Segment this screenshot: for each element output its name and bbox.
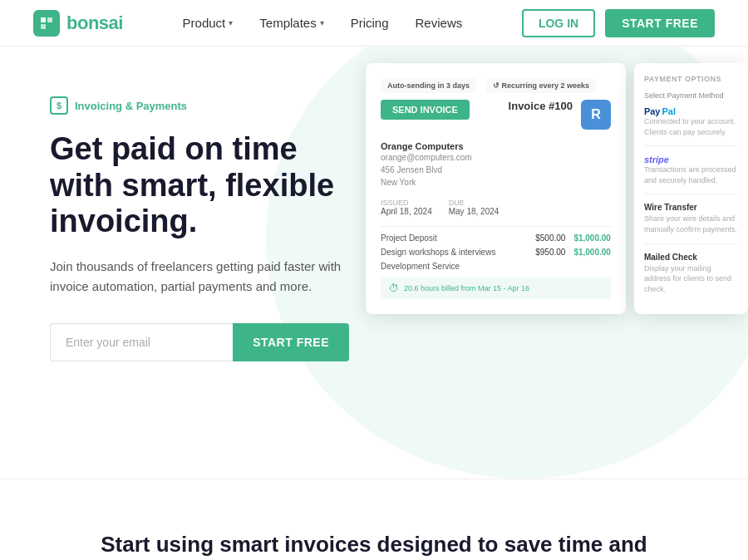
- due-banners: Auto-sending in 3 days ↺ Recurring every…: [381, 78, 611, 93]
- email-input[interactable]: [50, 323, 233, 361]
- options-subtitle: Select Payment Method: [644, 91, 738, 100]
- nav-pricing-label: Pricing: [351, 16, 389, 30]
- bottom-title: Start using smart invoices designed to s…: [91, 529, 657, 560]
- payment-option-stripe: stripe Transactions are processed and se…: [644, 155, 738, 194]
- invoice-avatar: R: [581, 100, 611, 130]
- invoice-number: Invoice #100: [509, 100, 573, 112]
- send-invoice-button[interactable]: SEND INVOICE: [381, 100, 470, 120]
- logo-icon: [33, 10, 60, 37]
- start-free-nav-button[interactable]: START FREE: [605, 9, 715, 37]
- hero-right: Auto-sending in 3 days ↺ Recurring every…: [349, 47, 748, 462]
- invoice-footer: ⏱ 20.6 hours billed from Mar 15 - Apr 16: [381, 278, 611, 299]
- navbar: bonsai Product ▾ Templates ▾ Pricing Rev…: [0, 0, 748, 47]
- brand-name: bonsai: [66, 12, 123, 34]
- hero-title: Get paid on time with smart, flexible in…: [50, 131, 349, 240]
- svg-rect-0: [41, 17, 46, 22]
- due-date: DUE May 18, 2024: [449, 199, 499, 216]
- line-item-3: Development Service: [381, 262, 611, 271]
- start-free-hero-button[interactable]: START FREE: [233, 323, 349, 361]
- invoice-dates: ISSUED April 18, 2024 DUE May 18, 2024: [381, 199, 611, 216]
- line-item-2: Design workshops & interviews $950.00 $1…: [381, 248, 611, 257]
- paypal-logo: Pay Pal: [644, 106, 738, 116]
- bottom-section: Start using smart invoices designed to s…: [0, 479, 748, 560]
- badge-text: Invoicing & Payments: [75, 100, 187, 112]
- hero-subtitle: Join thousands of freelancers getting pa…: [50, 257, 349, 297]
- hero-badge: $ Invoicing & Payments: [50, 96, 349, 115]
- nav-product-label: Product: [183, 16, 226, 30]
- login-button[interactable]: LOG IN: [522, 9, 595, 37]
- invoice-footer-note: ⏱ 20.6 hours billed from Mar 15 - Apr 16: [381, 278, 611, 299]
- nav-item-pricing[interactable]: Pricing: [339, 9, 401, 37]
- options-panel: PAYMENT OPTIONS Select Payment Method Pa…: [634, 63, 748, 314]
- templates-chevron-icon: ▾: [320, 18, 324, 27]
- issue-date: ISSUED April 18, 2024: [381, 199, 432, 216]
- nav-item-reviews[interactable]: Reviews: [404, 9, 475, 37]
- logo[interactable]: bonsai: [33, 10, 123, 37]
- nav-right: LOG IN START FREE: [522, 9, 715, 37]
- options-title: PAYMENT OPTIONS: [644, 75, 738, 83]
- invoice-card: Auto-sending in 3 days ↺ Recurring every…: [366, 63, 626, 314]
- nav-links: Product ▾ Templates ▾ Pricing Reviews: [171, 9, 475, 37]
- due-banner-recurring: ↺ Recurring every 2 weeks: [486, 78, 596, 93]
- mockup-container: Auto-sending in 3 days ↺ Recurring every…: [366, 63, 748, 314]
- due-banner-soon: Auto-sending in 3 days: [381, 78, 476, 93]
- nav-reviews-label: Reviews: [416, 16, 463, 30]
- invoice-client-block: Orange Computers orange@computers.com456…: [381, 141, 611, 189]
- payment-option-paypal: Pay Pal Connected to your account. Clien…: [644, 106, 738, 146]
- nav-item-templates[interactable]: Templates ▾: [248, 9, 335, 37]
- invoice-client-addr: orange@computers.com456 Jensen BlvdNew Y…: [381, 151, 611, 189]
- invoice-card-header: SEND INVOICE Invoice #100 R: [381, 100, 611, 130]
- hero-section: $ Invoicing & Payments Get paid on time …: [0, 47, 748, 479]
- svg-rect-2: [41, 24, 46, 29]
- product-chevron-icon: ▾: [229, 18, 233, 27]
- payment-option-check: Mailed Check Display your mailing addres…: [644, 253, 738, 295]
- hero-left: $ Invoicing & Payments Get paid on time …: [0, 47, 349, 411]
- line-item-1: Project Deposit $500.00 $1,000.00: [381, 233, 611, 243]
- payment-option-wire: Wire Transfer Share your wire details an…: [644, 203, 738, 243]
- clock-icon: ⏱: [389, 282, 399, 294]
- stripe-logo: stripe: [644, 155, 738, 165]
- nav-templates-label: Templates: [259, 16, 316, 30]
- svg-rect-1: [47, 17, 52, 22]
- hero-cta: START FREE: [50, 323, 349, 361]
- nav-item-product[interactable]: Product ▾: [171, 9, 245, 37]
- invoice-client-name: Orange Computers: [381, 141, 611, 151]
- invoice-divider: [381, 226, 611, 227]
- badge-icon: $: [50, 96, 68, 115]
